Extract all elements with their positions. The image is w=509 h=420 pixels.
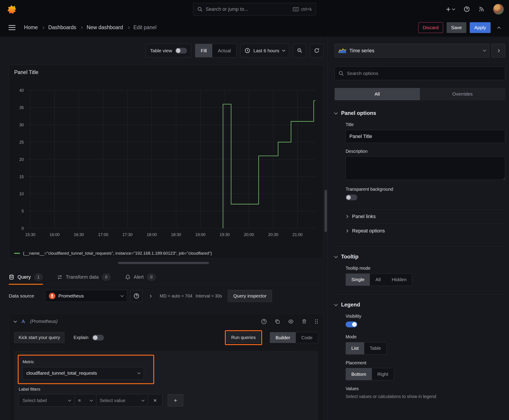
metric-value: cloudflared_tunnel_total_requests xyxy=(26,370,97,376)
svg-text:5: 5 xyxy=(22,209,24,214)
svg-text:40: 40 xyxy=(19,88,24,93)
vertical-scrollbar[interactable] xyxy=(325,190,327,232)
discard-button[interactable]: Discard xyxy=(418,22,443,33)
table-view-control[interactable]: Table view xyxy=(146,44,191,57)
refresh-button[interactable] xyxy=(310,44,324,57)
breadcrumb-home[interactable]: Home xyxy=(24,24,38,30)
transform-count-badge: 0 xyxy=(102,273,111,281)
collapse-header-button[interactable] xyxy=(494,22,504,33)
breadcrumb: Home Dashboards New dashboard Edit panel xyxy=(24,24,156,30)
transparent-background-toggle[interactable] xyxy=(346,195,357,200)
visualization-picker[interactable]: Time series xyxy=(335,44,489,57)
tooltip-mode-all[interactable]: All xyxy=(370,274,386,286)
tab-alert[interactable]: Alert 0 xyxy=(125,270,156,284)
actual-option[interactable]: Actual xyxy=(212,44,236,57)
tab-query[interactable]: Query 1 xyxy=(9,270,43,284)
run-queries-button[interactable]: Run queries xyxy=(227,332,260,343)
time-range-picker[interactable]: Last 6 hours xyxy=(240,44,289,57)
svg-text:20:30: 20:30 xyxy=(268,233,278,237)
datasource-help-button[interactable] xyxy=(130,290,143,302)
metric-select[interactable]: cloudflared_tunnel_total_requests xyxy=(23,367,144,379)
chevron-down-icon xyxy=(121,294,124,297)
tab-all[interactable]: All xyxy=(335,88,420,100)
apply-button[interactable]: Apply xyxy=(470,22,490,33)
options-search[interactable] xyxy=(335,66,505,80)
tooltip-mode-single[interactable]: Single xyxy=(346,274,370,286)
duplicate-query-button[interactable] xyxy=(275,319,280,324)
legend-mode-table[interactable]: Table xyxy=(364,342,387,354)
legend-mode-label: Mode xyxy=(346,334,505,339)
chevron-up-icon xyxy=(497,27,501,30)
alert-count-badge: 0 xyxy=(147,273,156,281)
time-series-chart[interactable]: 051015202530354015:3016:0016:3017:0017:3… xyxy=(13,79,319,241)
panel-title-input[interactable] xyxy=(346,130,505,143)
options-search-input[interactable] xyxy=(347,71,501,76)
query-a-header[interactable]: A (Prometheus) xyxy=(9,314,323,330)
query-actions xyxy=(261,319,318,324)
grafana-flame-icon xyxy=(5,3,17,15)
drag-handle-icon[interactable] xyxy=(315,319,318,324)
breadcrumb-new-dashboard[interactable]: New dashboard xyxy=(87,24,123,30)
chart-legend[interactable]: {__name__="cloudflared_tunnel_total_requ… xyxy=(13,251,319,256)
operator-select[interactable]: = xyxy=(74,394,96,406)
explain-toggle[interactable] xyxy=(92,335,104,341)
table-view-toggle[interactable] xyxy=(175,48,187,54)
tab-transform-data[interactable]: Transform data 0 xyxy=(57,270,111,284)
legend-placement-right[interactable]: Right xyxy=(372,368,394,380)
options-tabs: All Overrides xyxy=(335,88,505,100)
grafana-logo[interactable] xyxy=(5,3,19,15)
value-select[interactable]: Select value xyxy=(96,394,148,406)
add-filter-button[interactable]: + xyxy=(168,394,183,406)
panel-options-header[interactable]: Panel options xyxy=(335,110,505,116)
query-inspector-button[interactable]: Query inspector xyxy=(228,290,272,302)
legend-placement-bottom[interactable]: Bottom xyxy=(346,368,372,380)
panel-links-section[interactable]: Panel links xyxy=(346,209,505,224)
menu-toggle-button[interactable] xyxy=(8,25,16,30)
datasource-picker[interactable]: Prometheus xyxy=(45,290,127,302)
edit-panel-main: Table view Fill Actual Last 6 hours xyxy=(0,37,509,420)
tooltip-mode-hidden[interactable]: Hidden xyxy=(386,274,412,286)
value-select-placeholder: Select value xyxy=(100,398,125,403)
query-help-button[interactable] xyxy=(261,319,267,324)
page-header: Home Dashboards New dashboard Edit panel… xyxy=(0,18,509,37)
chevron-right-icon xyxy=(149,295,152,298)
topbar-actions xyxy=(446,4,504,15)
search-input[interactable]: Search or jump to... ctrl+k xyxy=(193,3,316,15)
chevron-down-icon xyxy=(282,48,285,52)
legend-mode-list[interactable]: List xyxy=(346,342,364,354)
visibility-label: Visibility xyxy=(346,314,505,319)
help-button[interactable] xyxy=(464,6,470,12)
tab-overrides[interactable]: Overrides xyxy=(420,88,505,100)
chevron-down-icon xyxy=(483,48,486,52)
breadcrumb-dashboards[interactable]: Dashboards xyxy=(48,24,76,30)
code-option[interactable]: Code xyxy=(296,332,318,343)
panel-description-input[interactable] xyxy=(346,156,505,180)
new-button[interactable] xyxy=(446,7,455,12)
tooltip-header[interactable]: Tooltip xyxy=(335,254,505,260)
legend-header[interactable]: Legend xyxy=(335,301,505,308)
builder-option[interactable]: Builder xyxy=(270,332,296,343)
svg-text:17:00: 17:00 xyxy=(98,233,108,237)
panel-resize-handle[interactable] xyxy=(118,262,209,264)
remove-filter-button[interactable]: × xyxy=(148,394,163,406)
legend-values-hint: Select values or calculations to show in… xyxy=(346,394,505,399)
collapse-query-icon[interactable] xyxy=(14,320,17,323)
collapse-options-pane-button[interactable] xyxy=(492,44,505,57)
chevron-down-icon xyxy=(452,7,455,10)
user-avatar[interactable] xyxy=(493,4,504,15)
zoom-out-button[interactable] xyxy=(293,44,307,57)
legend-visibility-toggle[interactable] xyxy=(346,322,357,327)
fill-option[interactable]: Fill xyxy=(195,44,212,57)
save-button[interactable]: Save xyxy=(447,22,466,33)
run-queries-annotation: Run queries xyxy=(225,330,262,345)
repeat-options-section[interactable]: Repeat options xyxy=(346,224,505,238)
label-select[interactable]: Select label xyxy=(19,394,75,406)
delete-query-button[interactable] xyxy=(302,319,307,324)
kick-start-button[interactable]: Kick start your query xyxy=(14,332,64,343)
query-options-expand-button[interactable] xyxy=(149,293,151,298)
news-button[interactable] xyxy=(479,6,484,12)
svg-text:15:30: 15:30 xyxy=(25,233,36,237)
panel-edit-left: Table view Fill Actual Last 6 hours xyxy=(0,37,327,420)
toggle-visibility-button[interactable] xyxy=(288,319,294,324)
panel-toolbar: Table view Fill Actual Last 6 hours xyxy=(9,44,324,57)
